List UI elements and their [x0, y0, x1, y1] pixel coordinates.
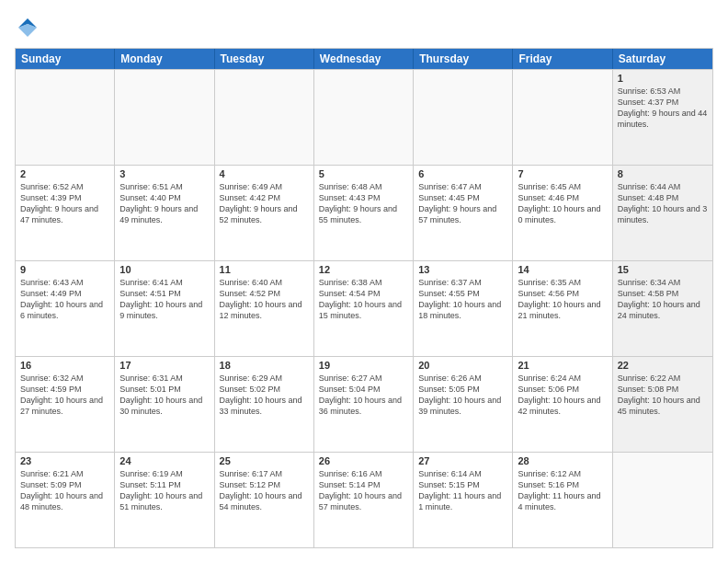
- calendar-cell: 19Sunrise: 6:27 AM Sunset: 5:04 PM Dayli…: [314, 357, 414, 452]
- calendar-cell: 1Sunrise: 6:53 AM Sunset: 4:37 PM Daylig…: [613, 70, 712, 165]
- day-info: Sunrise: 6:17 AM Sunset: 5:12 PM Dayligh…: [220, 468, 309, 513]
- day-number: 27: [418, 455, 507, 466]
- calendar-cell: 13Sunrise: 6:37 AM Sunset: 4:55 PM Dayli…: [414, 261, 513, 356]
- day-info: Sunrise: 6:22 AM Sunset: 5:08 PM Dayligh…: [618, 373, 708, 418]
- calendar-cell: [314, 70, 414, 165]
- day-info: Sunrise: 6:45 AM Sunset: 4:46 PM Dayligh…: [518, 181, 607, 226]
- header-day-friday: Friday: [513, 49, 612, 69]
- day-number: 20: [418, 360, 507, 371]
- day-info: Sunrise: 6:38 AM Sunset: 4:54 PM Dayligh…: [319, 277, 408, 322]
- calendar-cell: 14Sunrise: 6:35 AM Sunset: 4:56 PM Dayli…: [513, 261, 612, 356]
- day-info: Sunrise: 6:41 AM Sunset: 4:51 PM Dayligh…: [119, 277, 209, 322]
- day-number: 19: [319, 360, 408, 371]
- calendar-row: 16Sunrise: 6:32 AM Sunset: 4:59 PM Dayli…: [16, 356, 712, 452]
- day-number: 16: [20, 360, 109, 371]
- calendar-cell: 23Sunrise: 6:21 AM Sunset: 5:09 PM Dayli…: [16, 453, 115, 547]
- day-number: 1: [618, 73, 708, 84]
- day-number: 10: [119, 264, 209, 275]
- calendar-cell: 21Sunrise: 6:24 AM Sunset: 5:06 PM Dayli…: [513, 357, 612, 452]
- calendar-cell: 28Sunrise: 6:12 AM Sunset: 5:16 PM Dayli…: [513, 453, 612, 547]
- calendar-cell: 3Sunrise: 6:51 AM Sunset: 4:40 PM Daylig…: [115, 166, 214, 260]
- day-number: 11: [220, 264, 309, 275]
- calendar: SundayMondayTuesdayWednesdayThursdayFrid…: [15, 48, 713, 548]
- day-number: 5: [319, 168, 408, 179]
- calendar-cell: 27Sunrise: 6:14 AM Sunset: 5:15 PM Dayli…: [414, 453, 513, 547]
- day-number: 23: [20, 455, 109, 466]
- day-info: Sunrise: 6:26 AM Sunset: 5:05 PM Dayligh…: [418, 373, 507, 418]
- day-number: 14: [518, 264, 607, 275]
- day-info: Sunrise: 6:12 AM Sunset: 5:16 PM Dayligh…: [518, 468, 607, 513]
- calendar-cell: 18Sunrise: 6:29 AM Sunset: 5:02 PM Dayli…: [215, 357, 314, 452]
- calendar-cell: 15Sunrise: 6:34 AM Sunset: 4:58 PM Dayli…: [613, 261, 712, 356]
- calendar-cell: 22Sunrise: 6:22 AM Sunset: 5:08 PM Dayli…: [613, 357, 712, 452]
- day-number: 18: [220, 360, 309, 371]
- calendar-cell: 10Sunrise: 6:41 AM Sunset: 4:51 PM Dayli…: [115, 261, 214, 356]
- calendar-cell: 17Sunrise: 6:31 AM Sunset: 5:01 PM Dayli…: [115, 357, 214, 452]
- calendar-cell: 20Sunrise: 6:26 AM Sunset: 5:05 PM Dayli…: [414, 357, 513, 452]
- day-info: Sunrise: 6:34 AM Sunset: 4:58 PM Dayligh…: [618, 277, 708, 322]
- day-number: 26: [319, 455, 408, 466]
- calendar-header: SundayMondayTuesdayWednesdayThursdayFrid…: [16, 49, 712, 69]
- day-info: Sunrise: 6:51 AM Sunset: 4:40 PM Dayligh…: [119, 181, 209, 226]
- day-number: 24: [119, 455, 209, 466]
- calendar-cell: [16, 70, 115, 165]
- calendar-cell: 9Sunrise: 6:43 AM Sunset: 4:49 PM Daylig…: [16, 261, 115, 356]
- day-info: Sunrise: 6:49 AM Sunset: 4:42 PM Dayligh…: [220, 181, 309, 226]
- day-info: Sunrise: 6:43 AM Sunset: 4:49 PM Dayligh…: [20, 277, 109, 322]
- calendar-cell: 12Sunrise: 6:38 AM Sunset: 4:54 PM Dayli…: [314, 261, 414, 356]
- day-info: Sunrise: 6:53 AM Sunset: 4:37 PM Dayligh…: [618, 86, 708, 131]
- day-number: 13: [418, 264, 507, 275]
- day-number: 9: [20, 264, 109, 275]
- calendar-cell: 25Sunrise: 6:17 AM Sunset: 5:12 PM Dayli…: [215, 453, 314, 547]
- day-info: Sunrise: 6:16 AM Sunset: 5:14 PM Dayligh…: [319, 468, 408, 513]
- calendar-cell: 16Sunrise: 6:32 AM Sunset: 4:59 PM Dayli…: [16, 357, 115, 452]
- calendar-cell: 24Sunrise: 6:19 AM Sunset: 5:11 PM Dayli…: [115, 453, 214, 547]
- day-info: Sunrise: 6:27 AM Sunset: 5:04 PM Dayligh…: [319, 373, 408, 418]
- day-number: 4: [220, 168, 309, 179]
- day-info: Sunrise: 6:29 AM Sunset: 5:02 PM Dayligh…: [220, 373, 309, 418]
- day-number: 25: [220, 455, 309, 466]
- calendar-cell: [115, 70, 214, 165]
- calendar-cell: 5Sunrise: 6:48 AM Sunset: 4:43 PM Daylig…: [314, 166, 414, 260]
- day-info: Sunrise: 6:32 AM Sunset: 4:59 PM Dayligh…: [20, 373, 109, 418]
- calendar-cell: [414, 70, 513, 165]
- day-number: 2: [20, 168, 109, 179]
- day-number: 3: [119, 168, 209, 179]
- logo-icon: [15, 15, 40, 40]
- day-info: Sunrise: 6:52 AM Sunset: 4:39 PM Dayligh…: [20, 181, 109, 226]
- calendar-cell: 2Sunrise: 6:52 AM Sunset: 4:39 PM Daylig…: [16, 166, 115, 260]
- day-info: Sunrise: 6:44 AM Sunset: 4:48 PM Dayligh…: [618, 181, 708, 226]
- calendar-cell: 6Sunrise: 6:47 AM Sunset: 4:45 PM Daylig…: [414, 166, 513, 260]
- day-info: Sunrise: 6:37 AM Sunset: 4:55 PM Dayligh…: [418, 277, 507, 322]
- day-number: 15: [618, 264, 708, 275]
- calendar-cell: 8Sunrise: 6:44 AM Sunset: 4:48 PM Daylig…: [613, 166, 712, 260]
- day-number: 17: [119, 360, 209, 371]
- day-number: 7: [518, 168, 607, 179]
- day-number: 8: [618, 168, 708, 179]
- day-info: Sunrise: 6:47 AM Sunset: 4:45 PM Dayligh…: [418, 181, 507, 226]
- day-number: 12: [319, 264, 408, 275]
- calendar-body: 1Sunrise: 6:53 AM Sunset: 4:37 PM Daylig…: [16, 69, 712, 547]
- day-number: 22: [618, 360, 708, 371]
- calendar-row: 9Sunrise: 6:43 AM Sunset: 4:49 PM Daylig…: [16, 260, 712, 356]
- day-info: Sunrise: 6:40 AM Sunset: 4:52 PM Dayligh…: [220, 277, 309, 322]
- calendar-row: 1Sunrise: 6:53 AM Sunset: 4:37 PM Daylig…: [16, 69, 712, 165]
- header-day-sunday: Sunday: [16, 49, 115, 69]
- page: SundayMondayTuesdayWednesdayThursdayFrid…: [0, 0, 728, 563]
- day-info: Sunrise: 6:48 AM Sunset: 4:43 PM Dayligh…: [319, 181, 408, 226]
- day-info: Sunrise: 6:35 AM Sunset: 4:56 PM Dayligh…: [518, 277, 607, 322]
- calendar-cell: 26Sunrise: 6:16 AM Sunset: 5:14 PM Dayli…: [314, 453, 414, 547]
- calendar-row: 2Sunrise: 6:52 AM Sunset: 4:39 PM Daylig…: [16, 165, 712, 260]
- calendar-cell: 11Sunrise: 6:40 AM Sunset: 4:52 PM Dayli…: [215, 261, 314, 356]
- day-info: Sunrise: 6:14 AM Sunset: 5:15 PM Dayligh…: [418, 468, 507, 513]
- calendar-row: 23Sunrise: 6:21 AM Sunset: 5:09 PM Dayli…: [16, 452, 712, 547]
- calendar-cell: 7Sunrise: 6:45 AM Sunset: 4:46 PM Daylig…: [513, 166, 612, 260]
- day-number: 21: [518, 360, 607, 371]
- day-info: Sunrise: 6:19 AM Sunset: 5:11 PM Dayligh…: [119, 468, 209, 513]
- header-day-tuesday: Tuesday: [215, 49, 314, 69]
- calendar-cell: [513, 70, 612, 165]
- header-day-monday: Monday: [115, 49, 214, 69]
- day-number: 6: [418, 168, 507, 179]
- header: [15, 15, 713, 40]
- logo: [15, 15, 44, 40]
